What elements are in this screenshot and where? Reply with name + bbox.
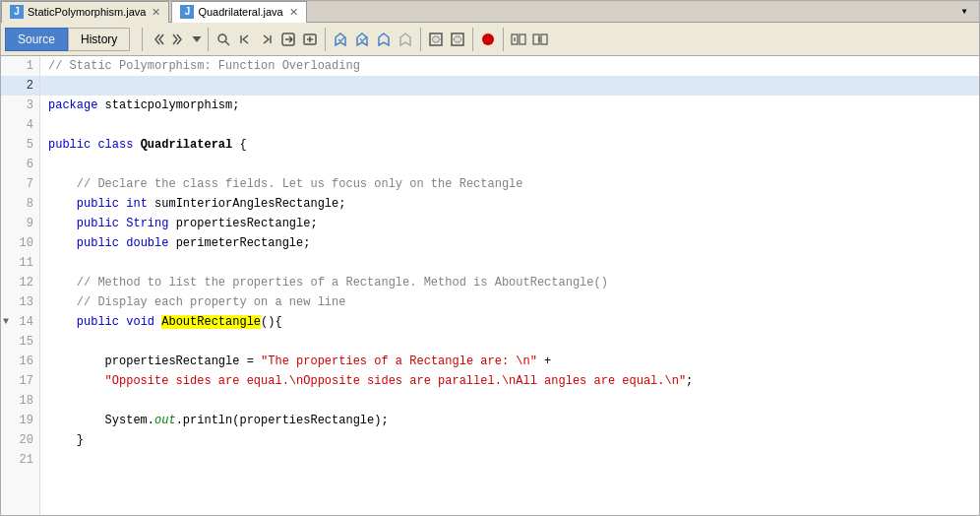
sep6 xyxy=(503,28,504,51)
tab-label-2: Quadrilateral.java xyxy=(198,6,282,18)
code-line-7: // Declare the class fields. Let us focu… xyxy=(40,174,979,194)
next-bookmark-btn[interactable] xyxy=(351,29,373,50)
search-wrap-icon xyxy=(280,32,296,47)
line-numbers: 1 2 3 4 5 6 7 8 9 10 11 12 13 ▼ 14 15 16… xyxy=(1,56,40,515)
code-line-18 xyxy=(40,391,979,411)
prev-occurrence-btn[interactable] xyxy=(425,29,447,50)
find-next-icon xyxy=(259,32,275,47)
code-line-12: // Method to list the properties of a Re… xyxy=(40,273,979,292)
code-line-20: } xyxy=(40,430,979,450)
line-num-1: 1 xyxy=(1,56,39,76)
line-num-6: 6 xyxy=(1,155,39,174)
macro-icon1 xyxy=(511,32,526,47)
line-num-8: 8 xyxy=(1,194,39,214)
stop-icon xyxy=(480,32,496,47)
prev-bookmark-icon xyxy=(333,32,348,47)
line-num-7: 7 xyxy=(1,174,39,194)
code-line-16: propertiesRectangle = "The properties of… xyxy=(40,352,979,371)
code-line-13: // Display each property on a new line xyxy=(40,292,979,312)
clear-bookmarks-btn[interactable] xyxy=(395,29,416,50)
line-num-19: 19 xyxy=(1,411,39,430)
sep3 xyxy=(325,28,326,51)
svg-marker-8 xyxy=(336,33,345,45)
prev-bookmark-btn[interactable] xyxy=(330,29,351,50)
search-btn[interactable] xyxy=(213,29,234,50)
svg-point-0 xyxy=(218,34,226,42)
macro-btn1[interactable] xyxy=(508,29,529,50)
sep5 xyxy=(472,28,473,51)
svg-marker-10 xyxy=(379,33,389,45)
code-line-8: public int sumInteriorAnglesRectangle; xyxy=(40,194,979,214)
history-tab[interactable]: History xyxy=(68,28,130,51)
sep2 xyxy=(208,28,209,51)
tab-icon-2: J xyxy=(180,5,194,19)
line-num-16: 16 xyxy=(1,352,39,371)
code-content[interactable]: // Static Polymorphism: Function Overloa… xyxy=(40,56,979,515)
dropdown-icon1 xyxy=(191,32,203,47)
toggle-bookmark-icon xyxy=(376,32,392,47)
prev-edit-icon xyxy=(150,32,165,47)
toggle-bookmark-btn[interactable] xyxy=(373,29,395,50)
prev-edit-btn[interactable] xyxy=(147,29,168,50)
window-menu-btn[interactable]: ▾ xyxy=(953,1,975,23)
search-wrap-btn[interactable] xyxy=(277,29,299,50)
dropdown-btn1[interactable] xyxy=(190,29,204,50)
code-line-11 xyxy=(40,253,979,273)
svg-rect-19 xyxy=(541,34,547,44)
line-num-20: 20 xyxy=(1,430,39,450)
code-line-17: "Opposite sides are equal.\nOpposite sid… xyxy=(40,371,979,391)
macro-icon2 xyxy=(532,32,548,47)
code-line-10: public double perimeterRectangle; xyxy=(40,233,979,253)
sep1 xyxy=(142,28,143,51)
method-highlight: AboutRectangle xyxy=(161,315,261,329)
code-line-21 xyxy=(40,450,979,470)
find-prev-icon xyxy=(237,32,253,47)
source-history-group: Source History xyxy=(5,28,130,51)
code-line-6 xyxy=(40,155,979,174)
code-line-3: package staticpolymorphism; xyxy=(40,96,979,115)
next-occurrence-btn[interactable] xyxy=(447,29,468,50)
line-num-13: 13 xyxy=(1,292,39,312)
tab-quadrilateral[interactable]: J Quadrilateral.java ✕ xyxy=(171,1,306,23)
macro-btn2[interactable] xyxy=(529,29,551,50)
tab-close-1[interactable]: ✕ xyxy=(152,6,160,19)
line-num-14: ▼ 14 xyxy=(1,312,39,332)
svg-marker-11 xyxy=(400,33,410,45)
search-icon xyxy=(215,32,231,47)
find-prev-btn[interactable] xyxy=(234,29,256,50)
svg-point-14 xyxy=(482,33,494,45)
stop-btn[interactable] xyxy=(477,29,499,50)
svg-rect-16 xyxy=(520,34,525,44)
clear-bookmarks-icon xyxy=(398,32,413,47)
toggle-match-btn[interactable] xyxy=(299,29,321,50)
line-num-2: 2 xyxy=(1,76,39,96)
prev-occurrence-icon xyxy=(428,32,444,47)
tab-icon-1: J xyxy=(10,5,24,19)
line-num-17: 17 xyxy=(1,371,39,391)
next-bookmark-icon xyxy=(354,32,370,47)
code-line-19: System.out.println(propertiesRectangle); xyxy=(40,411,979,430)
line-num-3: 3 xyxy=(1,96,39,115)
line-num-12: 12 xyxy=(1,273,39,292)
tab-static-polymorphism[interactable]: J StaticPolymorphism.java ✕ xyxy=(1,1,169,23)
main-window: J StaticPolymorphism.java ✕ J Quadrilate… xyxy=(0,0,980,516)
code-line-15 xyxy=(40,332,979,352)
next-edit-btn[interactable] xyxy=(168,29,190,50)
tab-label-1: StaticPolymorphism.java xyxy=(28,6,146,18)
code-line-5: public class Quadrilateral { xyxy=(40,135,979,155)
tab-bar: J StaticPolymorphism.java ✕ J Quadrilate… xyxy=(1,1,979,23)
find-next-btn[interactable] xyxy=(256,29,277,50)
code-line-2 xyxy=(40,76,979,96)
source-tab[interactable]: Source xyxy=(5,28,68,51)
toggle-match-icon xyxy=(302,32,318,47)
fold-icon-14[interactable]: ▼ xyxy=(3,312,9,332)
tab-close-2[interactable]: ✕ xyxy=(289,6,298,19)
svg-marker-9 xyxy=(357,33,367,45)
next-edit-icon xyxy=(171,32,187,47)
code-line-9: public String propertiesRectangle; xyxy=(40,214,979,233)
sep4 xyxy=(420,28,421,51)
toolbar: Source History xyxy=(1,23,979,56)
code-line-1: // Static Polymorphism: Function Overloa… xyxy=(40,56,979,76)
line-num-18: 18 xyxy=(1,391,39,411)
line-num-5: 5 xyxy=(1,135,39,155)
